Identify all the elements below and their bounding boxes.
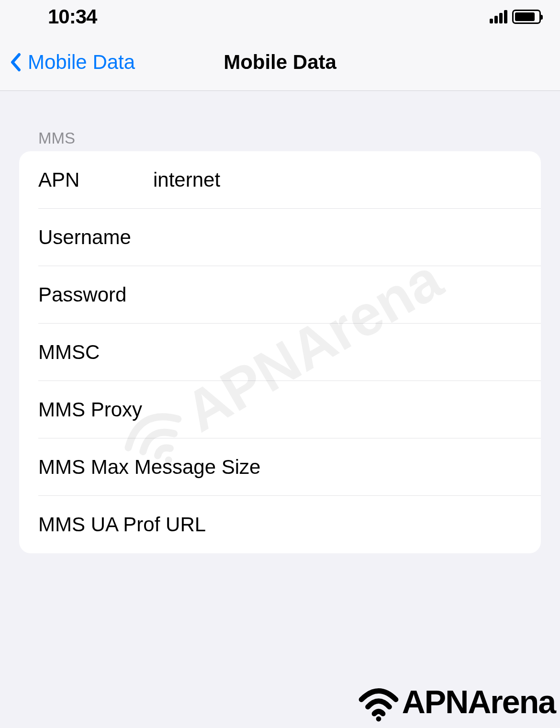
row-mms-max-message-size[interactable]: MMS Max Message Size xyxy=(19,438,541,496)
row-label: MMS UA Prof URL xyxy=(38,513,206,536)
row-label: Password xyxy=(38,283,153,306)
wifi-icon xyxy=(357,680,400,723)
password-input[interactable] xyxy=(153,283,522,306)
row-mms-ua-prof-url[interactable]: MMS UA Prof URL xyxy=(19,496,541,553)
row-label: MMS Proxy xyxy=(38,398,142,421)
row-password[interactable]: Password xyxy=(19,266,541,324)
mms-ua-prof-url-input[interactable] xyxy=(206,513,522,536)
chevron-left-icon xyxy=(10,53,21,72)
back-label: Mobile Data xyxy=(28,51,135,74)
page-title: Mobile Data xyxy=(224,51,336,74)
cellular-signal-icon xyxy=(490,10,507,23)
row-label: APN xyxy=(38,168,153,191)
row-apn[interactable]: APN xyxy=(19,151,541,209)
mmsc-input[interactable] xyxy=(153,341,522,364)
navigation-bar: Mobile Data Mobile Data xyxy=(0,34,560,91)
username-input[interactable] xyxy=(153,226,522,249)
status-indicators xyxy=(490,10,541,24)
mms-settings-card: APN Username Password MMSC MMS Proxy MMS… xyxy=(19,151,541,553)
row-username[interactable]: Username xyxy=(19,209,541,266)
row-label: MMSC xyxy=(38,341,153,364)
mms-max-size-input[interactable] xyxy=(260,456,522,479)
status-time: 10:34 xyxy=(48,5,97,28)
status-bar: 10:34 xyxy=(0,0,560,34)
section-header-mms: MMS xyxy=(0,91,560,151)
row-label: Username xyxy=(38,226,153,249)
apn-input[interactable] xyxy=(153,168,522,191)
back-button[interactable]: Mobile Data xyxy=(0,51,135,74)
row-mmsc[interactable]: MMSC xyxy=(19,324,541,381)
footer-brand: APNArena xyxy=(357,680,555,723)
row-mms-proxy[interactable]: MMS Proxy xyxy=(19,381,541,438)
battery-icon xyxy=(512,10,541,24)
mms-proxy-input[interactable] xyxy=(142,398,522,421)
svg-point-1 xyxy=(376,717,381,722)
row-label: MMS Max Message Size xyxy=(38,456,260,479)
